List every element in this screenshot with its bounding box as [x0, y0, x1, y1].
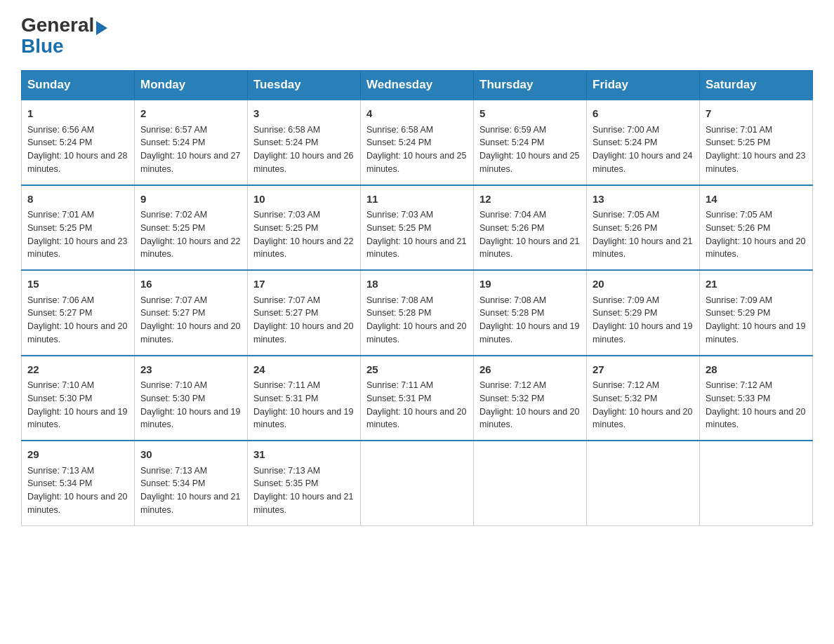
day-number: 11	[366, 192, 468, 208]
calendar-cell: 9Sunrise: 7:02 AMSunset: 5:25 PMDaylight…	[135, 185, 248, 271]
week-row-5: 29Sunrise: 7:13 AMSunset: 5:34 PMDayligh…	[22, 441, 813, 525]
calendar-cell: 22Sunrise: 7:10 AMSunset: 5:30 PMDayligh…	[22, 356, 135, 441]
calendar-cell: 18Sunrise: 7:08 AMSunset: 5:28 PMDayligh…	[361, 270, 474, 356]
calendar-cell: 16Sunrise: 7:07 AMSunset: 5:27 PMDayligh…	[135, 270, 248, 356]
day-number: 8	[27, 192, 128, 208]
calendar-cell	[361, 441, 474, 525]
calendar-cell: 13Sunrise: 7:05 AMSunset: 5:26 PMDayligh…	[587, 185, 700, 271]
day-number: 4	[366, 106, 468, 122]
logo-arrow-icon	[96, 21, 107, 35]
day-number: 30	[140, 447, 241, 463]
day-number: 26	[479, 362, 581, 378]
header-wednesday: Wednesday	[361, 71, 474, 100]
day-number: 19	[479, 276, 581, 293]
day-number: 17	[253, 276, 355, 293]
week-row-2: 8Sunrise: 7:01 AMSunset: 5:25 PMDaylight…	[22, 185, 813, 271]
day-number: 2	[140, 106, 241, 122]
calendar-cell: 24Sunrise: 7:11 AMSunset: 5:31 PMDayligh…	[248, 356, 361, 441]
week-row-1: 1Sunrise: 6:56 AMSunset: 5:24 PMDaylight…	[22, 100, 813, 185]
day-number: 29	[27, 447, 128, 463]
day-number: 31	[253, 447, 355, 463]
header-row: Sunday Monday Tuesday Wednesday Thursday…	[22, 71, 813, 100]
calendar-cell: 1Sunrise: 6:56 AMSunset: 5:24 PMDaylight…	[22, 100, 135, 185]
day-number: 25	[366, 362, 468, 378]
day-number: 12	[479, 192, 581, 208]
calendar-cell: 25Sunrise: 7:11 AMSunset: 5:31 PMDayligh…	[361, 356, 474, 441]
header-saturday: Saturday	[700, 71, 813, 100]
header-monday: Monday	[135, 71, 248, 100]
day-number: 6	[593, 106, 694, 122]
day-number: 16	[140, 276, 241, 293]
calendar-cell: 23Sunrise: 7:10 AMSunset: 5:30 PMDayligh…	[135, 356, 248, 441]
week-row-3: 15Sunrise: 7:06 AMSunset: 5:27 PMDayligh…	[22, 270, 813, 356]
calendar-cell: 21Sunrise: 7:09 AMSunset: 5:29 PMDayligh…	[700, 270, 813, 356]
day-number: 21	[706, 276, 807, 293]
calendar-cell: 28Sunrise: 7:12 AMSunset: 5:33 PMDayligh…	[700, 356, 813, 441]
calendar-cell: 8Sunrise: 7:01 AMSunset: 5:25 PMDaylight…	[22, 185, 135, 271]
day-number: 14	[706, 192, 807, 208]
day-number: 27	[593, 362, 694, 378]
calendar-cell	[700, 441, 813, 525]
day-number: 18	[366, 276, 468, 293]
header-friday: Friday	[587, 71, 700, 100]
calendar-cell	[474, 441, 587, 525]
calendar-cell: 5Sunrise: 6:59 AMSunset: 5:24 PMDaylight…	[474, 100, 587, 185]
calendar-cell: 26Sunrise: 7:12 AMSunset: 5:32 PMDayligh…	[474, 356, 587, 441]
day-number: 28	[706, 362, 807, 378]
calendar-cell: 2Sunrise: 6:57 AMSunset: 5:24 PMDaylight…	[135, 100, 248, 185]
day-number: 20	[593, 276, 694, 293]
day-number: 3	[253, 106, 355, 122]
day-number: 10	[253, 192, 355, 208]
page-header: General Blue	[21, 14, 813, 56]
calendar-cell: 6Sunrise: 7:00 AMSunset: 5:24 PMDaylight…	[587, 100, 700, 185]
calendar-cell: 12Sunrise: 7:04 AMSunset: 5:26 PMDayligh…	[474, 185, 587, 271]
day-number: 22	[27, 362, 128, 378]
day-number: 1	[27, 106, 128, 122]
calendar-cell: 14Sunrise: 7:05 AMSunset: 5:26 PMDayligh…	[700, 185, 813, 271]
header-tuesday: Tuesday	[248, 71, 361, 100]
calendar-cell	[587, 441, 700, 525]
calendar-cell: 29Sunrise: 7:13 AMSunset: 5:34 PMDayligh…	[22, 441, 135, 525]
calendar-table: Sunday Monday Tuesday Wednesday Thursday…	[21, 70, 813, 526]
day-number: 5	[479, 106, 581, 122]
calendar-cell: 30Sunrise: 7:13 AMSunset: 5:34 PMDayligh…	[135, 441, 248, 525]
logo-general-text: General	[21, 14, 94, 36]
day-number: 13	[593, 192, 694, 208]
calendar-cell: 27Sunrise: 7:12 AMSunset: 5:32 PMDayligh…	[587, 356, 700, 441]
day-number: 23	[140, 362, 241, 378]
day-number: 9	[140, 192, 241, 208]
calendar-cell: 4Sunrise: 6:58 AMSunset: 5:24 PMDaylight…	[361, 100, 474, 185]
calendar-cell: 31Sunrise: 7:13 AMSunset: 5:35 PMDayligh…	[248, 441, 361, 525]
calendar-cell: 3Sunrise: 6:58 AMSunset: 5:24 PMDaylight…	[248, 100, 361, 185]
day-number: 7	[706, 106, 807, 122]
calendar-cell: 19Sunrise: 7:08 AMSunset: 5:28 PMDayligh…	[474, 270, 587, 356]
logo: General Blue	[21, 14, 107, 56]
day-number: 24	[253, 362, 355, 378]
calendar-cell: 7Sunrise: 7:01 AMSunset: 5:25 PMDaylight…	[700, 100, 813, 185]
logo-blue-text: Blue	[21, 35, 64, 57]
calendar-cell: 15Sunrise: 7:06 AMSunset: 5:27 PMDayligh…	[22, 270, 135, 356]
calendar-cell: 20Sunrise: 7:09 AMSunset: 5:29 PMDayligh…	[587, 270, 700, 356]
day-number: 15	[27, 276, 128, 293]
header-thursday: Thursday	[474, 71, 587, 100]
calendar-cell: 17Sunrise: 7:07 AMSunset: 5:27 PMDayligh…	[248, 270, 361, 356]
calendar-cell: 10Sunrise: 7:03 AMSunset: 5:25 PMDayligh…	[248, 185, 361, 271]
week-row-4: 22Sunrise: 7:10 AMSunset: 5:30 PMDayligh…	[22, 356, 813, 441]
calendar-cell: 11Sunrise: 7:03 AMSunset: 5:25 PMDayligh…	[361, 185, 474, 271]
header-sunday: Sunday	[22, 71, 135, 100]
